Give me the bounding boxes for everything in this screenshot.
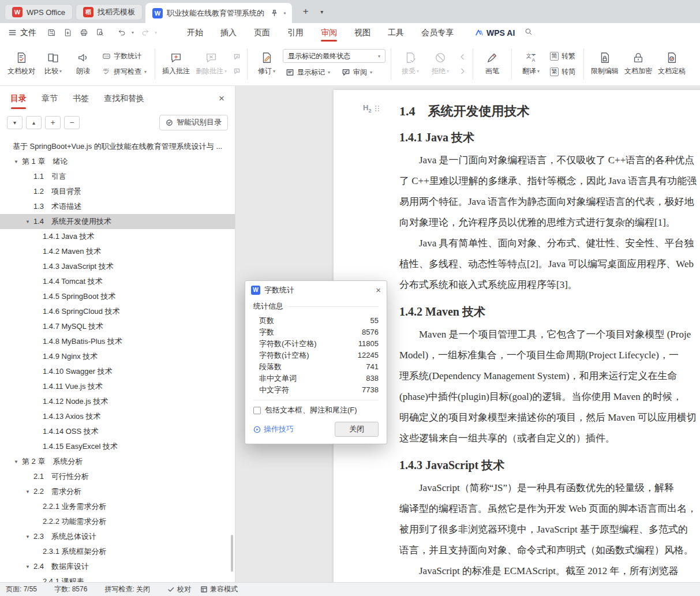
dialog-close-button[interactable]: 关闭 bbox=[335, 422, 379, 437]
menu-tab[interactable]: 工具 bbox=[379, 23, 413, 42]
outline-item[interactable]: ▼ 1.4.15 EasyExcel 技术 bbox=[0, 439, 235, 454]
checkbox-icon[interactable] bbox=[253, 407, 261, 414]
document-line[interactable]: 1.4.3 JavaScript 技术 bbox=[399, 457, 700, 473]
collapse-all-button[interactable]: ▾ bbox=[7, 116, 23, 129]
status-word-count[interactable]: 字数: 8576 bbox=[54, 584, 87, 594]
expand-triangle-icon[interactable]: ▼ bbox=[25, 219, 33, 224]
outline-item[interactable]: ▼ 2.4.1 课程表 bbox=[0, 574, 235, 582]
outline-item[interactable]: ▼ 1.4.8 MyBatis-Plus 技术 bbox=[0, 334, 235, 349]
read-aloud-button[interactable]: 朗读 bbox=[68, 48, 98, 79]
outline-item[interactable]: ▼ 1.4.10 Swagger 技术 bbox=[0, 364, 235, 379]
document-line[interactable]: 分布式系统和嵌入式系统应用程序等[3]。 bbox=[399, 275, 700, 295]
redo-button[interactable] bbox=[138, 26, 152, 40]
undo-caret-icon[interactable]: ▾ bbox=[132, 30, 134, 35]
document-line[interactable]: 向对象理论，允许程序员以优雅的思维方式进行复杂的编程[1]。 bbox=[399, 212, 700, 233]
document-line[interactable]: 编译型的编程语言。虽然它是作为开发 Web 页面的脚本语言而出名， bbox=[399, 498, 700, 519]
outline-item[interactable]: ▼ 1.4.7 MySQL 技术 bbox=[0, 319, 235, 334]
brush-button[interactable]: 画笔 bbox=[477, 48, 507, 79]
menu-tab[interactable]: 插入 bbox=[212, 23, 245, 42]
redo-caret-icon[interactable]: ▾ bbox=[155, 30, 157, 35]
print-button[interactable] bbox=[77, 26, 91, 40]
track-changes-button[interactable]: 修订▾ bbox=[252, 48, 282, 79]
outline-item[interactable]: ▼ 2.3.1 系统框架分析 bbox=[0, 544, 235, 559]
outline-item[interactable]: ▼ 2.2 需求分析 bbox=[0, 484, 235, 499]
sidebar-scrollbar[interactable] bbox=[231, 535, 233, 572]
document-line[interactable]: JavaScript 的标准是 ECMAScript。截至 2012 年，所有浏… bbox=[399, 561, 700, 582]
document-line[interactable]: 被用到了很多非浏览器环境中，JavaScript 基于原型编程、多范式的 bbox=[399, 519, 700, 540]
wps-ai-button[interactable]: WPS AI bbox=[475, 28, 515, 38]
outline-item[interactable]: ▼ 1.4.12 Node.js 技术 bbox=[0, 394, 235, 409]
next-change-button[interactable] bbox=[456, 65, 469, 77]
smart-recognize-button[interactable]: 智能识别目录 bbox=[159, 115, 228, 130]
compare-button[interactable]: 比较▾ bbox=[38, 48, 68, 79]
spell-check-button[interactable]: ABC 拼写检查▾ bbox=[99, 66, 149, 78]
outline-item[interactable]: ▼ 1.4 系统开发使用技术 bbox=[0, 214, 235, 229]
nav-pane-tab[interactable]: 书签 bbox=[73, 86, 89, 111]
doc-encrypt-button[interactable]: 文档加密 bbox=[622, 48, 655, 79]
document-line[interactable]: JavaScript（简称“JS”）是一种具有函数优先的轻量级，解释 bbox=[399, 478, 700, 498]
search-button[interactable] bbox=[524, 27, 533, 38]
outline-item[interactable]: ▼ 1.4.2 Maven 技术 bbox=[0, 244, 235, 259]
expand-triangle-icon[interactable]: ▼ bbox=[14, 459, 22, 464]
expand-all-button[interactable]: ▴ bbox=[26, 116, 42, 129]
insert-comment-button[interactable]: 插入批注 bbox=[159, 48, 193, 79]
nav-pane-tab[interactable]: 目录 bbox=[10, 86, 27, 111]
menu-tab[interactable]: 会员专享 bbox=[413, 23, 462, 42]
accept-button[interactable]: 接受▾ bbox=[395, 48, 425, 79]
undo-button[interactable] bbox=[115, 26, 129, 40]
status-compat-mode[interactable]: 兼容模式 bbox=[200, 584, 238, 594]
document-line[interactable]: 1.4 系统开发使用技术 bbox=[399, 103, 700, 120]
outline-item[interactable]: ▼ 2.3 系统总体设计 bbox=[0, 529, 235, 544]
document-line[interactable]: (phase)中插件(plugin)目标(goal)的逻辑。当你使用 Maven… bbox=[399, 387, 700, 407]
review-button[interactable]: 审阅▾ bbox=[339, 66, 375, 78]
previous-change-button[interactable] bbox=[456, 51, 469, 63]
doc-finalize-button[interactable]: 文档定稿 bbox=[655, 48, 688, 79]
expand-triangle-icon[interactable]: ▼ bbox=[25, 564, 33, 569]
delete-comment-button[interactable]: 删除批注▾ bbox=[193, 48, 230, 79]
outline-item[interactable]: ▼ 1.4.5 SpringBoot 技术 bbox=[0, 289, 235, 304]
expand-triangle-icon[interactable]: ▼ bbox=[25, 534, 33, 539]
print-preview-button[interactable] bbox=[93, 26, 107, 40]
previous-comment-button[interactable] bbox=[230, 51, 243, 63]
include-textbox-checkbox[interactable]: 包括文本框、脚注和尾注(F) bbox=[253, 405, 379, 415]
next-comment-button[interactable] bbox=[230, 65, 243, 77]
outline-item[interactable]: ▼ 1.4.3 JavaScript 技术 bbox=[0, 259, 235, 274]
outline-item[interactable]: ▼ 1.4.4 Tomcat 技术 bbox=[0, 274, 235, 289]
tab-list-caret-icon[interactable]: ▾ bbox=[315, 4, 330, 19]
outline-item[interactable]: ▼ 2.2.2 功能需求分析 bbox=[0, 514, 235, 529]
dialog-title-bar[interactable]: W 字数统计 × bbox=[245, 281, 387, 299]
document-line[interactable]: 语言，并且支持面向对象、命令式和声明式（如函数式编程）风格。 bbox=[399, 540, 700, 561]
expand-triangle-icon[interactable]: ▼ bbox=[25, 489, 33, 494]
document-line[interactable]: Model)，一组标准集合，一个项目生命周期(Project Lifecycle… bbox=[399, 345, 700, 366]
nav-pane-tab[interactable]: 章节 bbox=[42, 86, 58, 111]
document-line[interactable]: 这些逻辑来自一组共享的（或者自定义的）插件。 bbox=[399, 428, 700, 449]
to-traditional-button[interactable]: 简 转繁 bbox=[547, 50, 578, 62]
menu-tab[interactable]: 审阅 bbox=[312, 23, 346, 42]
outline-item[interactable]: ▼ 2.1 可行性分析 bbox=[0, 469, 235, 484]
outline-item[interactable]: ▼ 第 1 章 绪论 bbox=[0, 154, 235, 169]
new-tab-button[interactable]: + bbox=[298, 4, 313, 19]
demote-button[interactable]: − bbox=[64, 116, 80, 129]
save-button[interactable] bbox=[44, 26, 58, 40]
close-pane-icon[interactable]: × bbox=[219, 93, 224, 104]
document-page[interactable]: 1.4 系统开发使用技术 1.4.1 Java 技术 Java 是一门面向对象编… bbox=[334, 90, 700, 582]
to-simplified-button[interactable]: 繁 转简 bbox=[547, 66, 578, 78]
outline-item[interactable]: ▼ 1.4.6 SpringCloud 技术 bbox=[0, 304, 235, 319]
outline-item[interactable]: ▼ 1.2 项目背景 bbox=[0, 184, 235, 199]
unsaved-dot-icon[interactable]: ● bbox=[283, 10, 286, 16]
dialog-close-icon[interactable]: × bbox=[376, 285, 381, 295]
outline-item[interactable]: ▼ 2.2.1 业务需求分析 bbox=[0, 499, 235, 514]
word-count-button[interactable]: 123 字数统计 bbox=[99, 50, 149, 62]
outline-item[interactable]: ▼ 2.4 数据库设计 bbox=[0, 559, 235, 574]
heading-level-marker[interactable]: H2 bbox=[363, 103, 380, 114]
status-proofread[interactable]: 校对 bbox=[167, 584, 191, 594]
document-line[interactable]: Maven 是一个项目管理工具，它包含了一个项目对象模型 (Proje bbox=[399, 324, 700, 345]
promote-button[interactable]: + bbox=[45, 116, 61, 129]
outline-item[interactable]: ▼ 1.4.13 Axios 技术 bbox=[0, 409, 235, 424]
outline-item[interactable]: ▼ 第 2 章 系统分析 bbox=[0, 454, 235, 469]
tips-link[interactable]: 操作技巧 bbox=[253, 424, 294, 434]
menu-tab[interactable]: 视图 bbox=[346, 23, 379, 42]
show-markup-button[interactable]: 显示标记▾ bbox=[283, 66, 333, 78]
outline-item[interactable]: ▼ 1.4.11 Vue.js 技术 bbox=[0, 379, 235, 394]
document-line[interactable]: 了 C++里难以理解的多继承、指针等概念，因此 Java 语言具有功能强 bbox=[399, 171, 700, 192]
